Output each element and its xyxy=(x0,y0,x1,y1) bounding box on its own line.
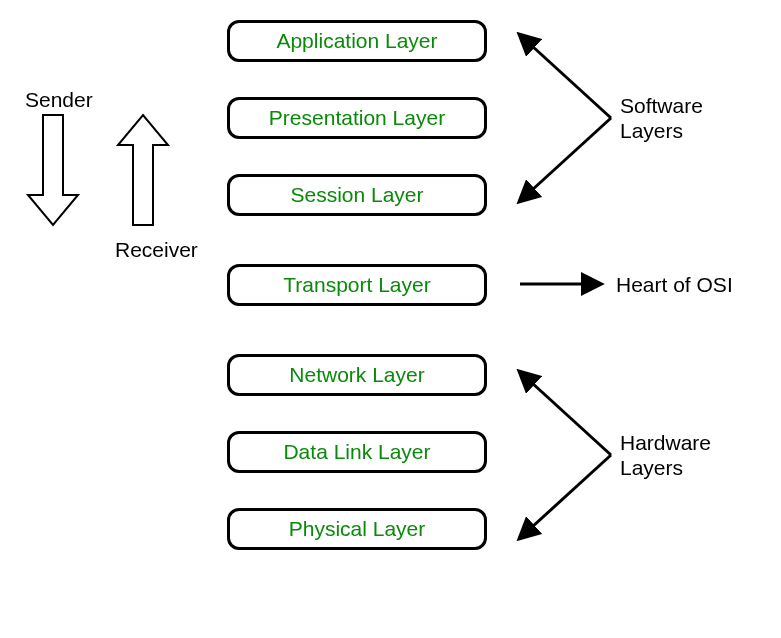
svg-line-3 xyxy=(520,372,611,455)
layer-application: Application Layer xyxy=(227,20,487,62)
label-hardware-layers: Hardware Layers xyxy=(620,430,711,480)
layer-session: Session Layer xyxy=(227,174,487,216)
label-hardware-layers-word: Layers xyxy=(620,456,683,479)
label-software-layers: Software Layers xyxy=(620,93,703,143)
label-hardware-word: Hardware xyxy=(620,431,711,454)
label-software-layers-word: Layers xyxy=(620,119,683,142)
svg-line-4 xyxy=(520,455,611,538)
layer-datalink: Data Link Layer xyxy=(227,431,487,473)
layer-network: Network Layer xyxy=(227,354,487,396)
label-heart-of-osi: Heart of OSI xyxy=(616,272,733,297)
software-bracket-icon xyxy=(520,35,611,201)
label-software-word: Software xyxy=(620,94,703,117)
label-receiver: Receiver xyxy=(115,237,198,262)
receiver-arrow-icon xyxy=(118,115,168,225)
svg-line-0 xyxy=(520,35,611,118)
label-sender: Sender xyxy=(25,87,93,112)
layer-physical: Physical Layer xyxy=(227,508,487,550)
sender-arrow-icon xyxy=(28,115,78,225)
hardware-bracket-icon xyxy=(520,372,611,538)
osi-diagram: Application Layer Presentation Layer Ses… xyxy=(0,0,781,638)
layer-presentation: Presentation Layer xyxy=(227,97,487,139)
layer-transport: Transport Layer xyxy=(227,264,487,306)
svg-line-1 xyxy=(520,118,611,201)
